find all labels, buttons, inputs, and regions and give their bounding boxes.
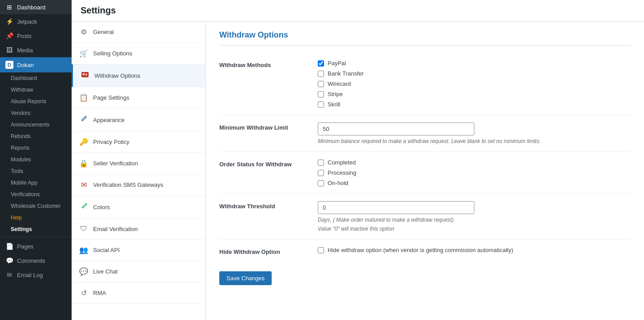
min-withdraw-input[interactable] bbox=[318, 122, 474, 135]
menu-item-live-chat[interactable]: 💬 Live Chat bbox=[72, 261, 205, 282]
completed-label: Completed bbox=[328, 159, 356, 166]
email-log-icon: ✉ bbox=[5, 271, 13, 278]
seller-verification-icon: 🔒 bbox=[79, 159, 89, 168]
withdraw-methods-label: Withdraw Methods bbox=[219, 60, 318, 68]
wirecard-checkbox[interactable] bbox=[318, 81, 324, 87]
withdraw-threshold-field: Days, ( Make order matured to make a wit… bbox=[318, 201, 631, 232]
menu-item-colors[interactable]: Colors bbox=[72, 196, 205, 219]
social-api-icon: 👥 bbox=[79, 246, 89, 254]
nav-comments[interactable]: 💬 Comments bbox=[0, 253, 72, 268]
svg-rect-2 bbox=[85, 74, 87, 75]
admin-navigation: ⊞ Dashboard ⚡ Jetpack 📌 Posts 🖼 Media D … bbox=[0, 0, 72, 320]
on-hold-checkbox[interactable] bbox=[318, 180, 324, 186]
completed-checkbox-row: Completed bbox=[318, 159, 631, 166]
subnav-reports[interactable]: Reports bbox=[0, 142, 72, 154]
dashboard-icon: ⊞ bbox=[5, 4, 13, 11]
subnav-tools[interactable]: Tools bbox=[0, 165, 72, 177]
subnav-settings[interactable]: Settings bbox=[0, 223, 72, 235]
order-status-field: Completed Processing On-hold bbox=[318, 159, 631, 186]
stripe-label: Stripe bbox=[328, 91, 343, 97]
nav-pages[interactable]: 📄 Pages bbox=[0, 239, 72, 253]
menu-item-selling-options[interactable]: 🛒 Selling Options bbox=[72, 43, 205, 64]
menu-item-privacy-policy[interactable]: 🔑 Privacy Policy bbox=[72, 131, 205, 153]
colors-icon bbox=[79, 202, 89, 212]
cart-icon: 🛒 bbox=[79, 49, 89, 58]
posts-icon: 📌 bbox=[5, 32, 13, 39]
subnav-withdraw[interactable]: Withdraw bbox=[0, 84, 72, 96]
processing-checkbox-row: Processing bbox=[318, 169, 631, 176]
dokan-icon: D bbox=[5, 61, 13, 69]
menu-item-page-settings[interactable]: 📋 Page Settings bbox=[72, 87, 205, 109]
subnav-mobile-app[interactable]: Mobile App bbox=[0, 177, 72, 189]
subnav-abuse-reports[interactable]: Abuse Reports bbox=[0, 96, 72, 107]
nav-separator bbox=[0, 237, 72, 237]
subnav-vendors[interactable]: Vendors bbox=[0, 107, 72, 119]
completed-checkbox[interactable] bbox=[318, 160, 324, 166]
on-hold-label: On-hold bbox=[328, 180, 348, 186]
min-withdraw-description: Minimum balance required to make a withd… bbox=[318, 138, 631, 144]
order-status-row: Order Status for Withdraw Completed Proc… bbox=[219, 152, 631, 194]
nav-dokan[interactable]: D Dokan bbox=[0, 57, 72, 72]
on-hold-checkbox-row: On-hold bbox=[318, 180, 631, 186]
wirecard-label: Wirecard bbox=[328, 80, 351, 87]
page-title: Settings bbox=[81, 5, 116, 15]
withdraw-methods-row: Withdraw Methods PayPal Bank Transfer bbox=[219, 53, 631, 115]
bank-transfer-checkbox[interactable] bbox=[318, 71, 324, 77]
menu-item-appearance[interactable]: Appearance bbox=[72, 109, 205, 131]
menu-item-rma[interactable]: ↺ RMA bbox=[72, 282, 205, 304]
hide-withdraw-checkbox-label: Hide withdraw option (when vendor is get… bbox=[328, 247, 513, 253]
withdraw-threshold-label: Withdraw Threshold bbox=[219, 201, 318, 210]
nav-email-log[interactable]: ✉ Email Log bbox=[0, 268, 72, 282]
subnav-modules[interactable]: Modules bbox=[0, 154, 72, 165]
skrill-label: Skrill bbox=[328, 101, 340, 108]
paypal-checkbox[interactable] bbox=[318, 60, 324, 67]
menu-item-withdraw-options[interactable]: Withdraw Options bbox=[72, 64, 205, 87]
subnav-refunds[interactable]: Refunds bbox=[0, 131, 72, 142]
save-changes-button[interactable]: Save Changes bbox=[219, 271, 272, 285]
page-header: Settings bbox=[72, 0, 644, 21]
menu-item-social-api[interactable]: 👥 Social API bbox=[72, 240, 205, 261]
hide-withdraw-field: Hide withdraw option (when vendor is get… bbox=[318, 247, 631, 253]
subnav-wholesale-customer[interactable]: Wholesale Customer bbox=[0, 200, 72, 212]
svg-rect-1 bbox=[83, 73, 85, 75]
nav-dashboard[interactable]: ⊞ Dashboard bbox=[0, 0, 72, 14]
svg-rect-3 bbox=[85, 75, 87, 76]
menu-item-general[interactable]: ⚙ General bbox=[72, 21, 205, 43]
wirecard-checkbox-row: Wirecard bbox=[318, 80, 631, 87]
processing-checkbox[interactable] bbox=[318, 170, 324, 176]
main-area: Settings ⚙ General 🛒 Selling Options bbox=[72, 0, 644, 320]
section-title: Withdraw Options bbox=[219, 30, 631, 46]
privacy-icon: 🔑 bbox=[79, 138, 89, 146]
nav-posts[interactable]: 📌 Posts bbox=[0, 29, 72, 43]
gear-icon: ⚙ bbox=[79, 28, 89, 36]
paypal-checkbox-row: PayPal bbox=[318, 60, 631, 67]
bank-transfer-label: Bank Transfer bbox=[328, 70, 364, 77]
withdraw-threshold-desc1: Days, ( Make order matured to make a wit… bbox=[318, 217, 631, 223]
subnav-help[interactable]: Help bbox=[0, 212, 72, 223]
withdraw-threshold-row: Withdraw Threshold Days, ( Make order ma… bbox=[219, 194, 631, 240]
withdraw-threshold-input[interactable] bbox=[318, 201, 474, 214]
hide-withdraw-label: Hide Withdraw Option bbox=[219, 247, 318, 255]
min-withdraw-label: Minimum Withdraw Limit bbox=[219, 122, 318, 131]
nav-media[interactable]: 🖼 Media bbox=[0, 43, 72, 57]
menu-item-email-verification[interactable]: 🛡 Email Verification bbox=[72, 219, 205, 240]
svg-rect-0 bbox=[81, 72, 89, 77]
settings-content: Withdraw Options Withdraw Methods PayPal… bbox=[206, 21, 644, 320]
menu-item-seller-verification[interactable]: 🔒 Seller Verification bbox=[72, 153, 205, 174]
live-chat-icon: 💬 bbox=[79, 267, 89, 276]
processing-label: Processing bbox=[328, 169, 356, 176]
bank-transfer-checkbox-row: Bank Transfer bbox=[318, 70, 631, 77]
subnav-verifications[interactable]: Verifications bbox=[0, 189, 72, 200]
subnav-announcements[interactable]: Announcements bbox=[0, 119, 72, 131]
hide-withdraw-checkbox-row: Hide withdraw option (when vendor is get… bbox=[318, 247, 631, 253]
menu-item-verification-sms[interactable]: ✉ Verification SMS Gateways bbox=[72, 174, 205, 196]
skrill-checkbox[interactable] bbox=[318, 101, 324, 108]
hide-withdraw-checkbox[interactable] bbox=[318, 247, 324, 253]
save-section: Save Changes bbox=[219, 262, 631, 285]
content-area: ⚙ General 🛒 Selling Options Withdraw Opt… bbox=[72, 21, 644, 320]
nav-jetpack[interactable]: ⚡ Jetpack bbox=[0, 14, 72, 29]
subnav-dashboard[interactable]: Dashboard bbox=[0, 72, 72, 84]
settings-sidebar: ⚙ General 🛒 Selling Options Withdraw Opt… bbox=[72, 21, 206, 320]
stripe-checkbox[interactable] bbox=[318, 91, 324, 97]
withdraw-methods-field: PayPal Bank Transfer Wirecard Strip bbox=[318, 60, 631, 108]
